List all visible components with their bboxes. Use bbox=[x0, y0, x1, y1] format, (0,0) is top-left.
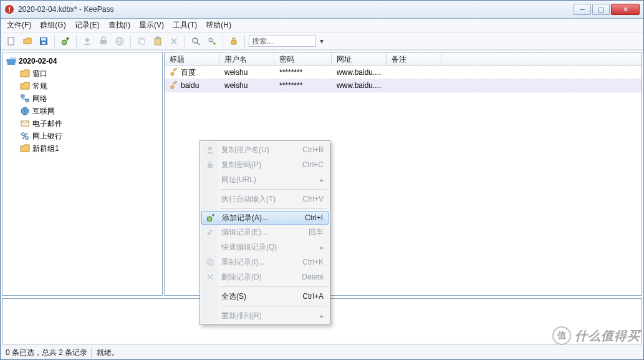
svg-point-32 bbox=[171, 85, 174, 89]
svg-rect-2 bbox=[9, 11, 10, 12]
ctx-label: 重制记录(I)... bbox=[221, 257, 264, 268]
col-title[interactable]: 标题 bbox=[165, 52, 219, 66]
ctx-shortcut: Ctrl+C bbox=[302, 160, 324, 169]
copy-user-button[interactable] bbox=[80, 34, 94, 48]
ctx-label: 复制密码(P) bbox=[221, 160, 261, 170]
ctx-select-all[interactable]: 全选(S) Ctrl+A bbox=[201, 289, 329, 304]
menu-group[interactable]: 群组(G) bbox=[40, 20, 65, 31]
open-url-button[interactable] bbox=[113, 34, 127, 48]
svg-rect-16 bbox=[156, 37, 159, 39]
tree-item-general[interactable]: 常规 bbox=[2, 80, 162, 92]
ctx-shortcut: Ctrl+I bbox=[305, 213, 323, 222]
copy-button[interactable] bbox=[135, 34, 148, 48]
ctx-shortcut: Ctrl+V bbox=[302, 195, 324, 203]
ctx-shortcut: Ctrl+B bbox=[302, 145, 324, 154]
tree-item-banking[interactable]: 网上银行 bbox=[2, 130, 162, 142]
watermark-text: 什么值得买 bbox=[575, 328, 640, 344]
delete-icon bbox=[205, 272, 215, 282]
search-dropdown-icon[interactable]: ▾ bbox=[316, 37, 327, 46]
col-user[interactable]: 用户名 bbox=[219, 52, 274, 66]
chevron-right-icon: ▸ bbox=[320, 313, 324, 319]
ctx-reorder-submenu[interactable]: 重新排列(R) ▸ bbox=[201, 308, 329, 323]
close-button[interactable]: ✕ bbox=[611, 4, 640, 15]
tree-root[interactable]: 2020-02-04 bbox=[2, 55, 162, 67]
cell-url: www.baidu.... bbox=[332, 81, 387, 90]
list-row[interactable]: baidu weishu ******** www.baidu.... bbox=[165, 79, 642, 92]
add-entry-button[interactable] bbox=[59, 34, 72, 48]
ctx-label: 执行自动输入(T) bbox=[221, 194, 276, 205]
ctx-edit-entry[interactable]: 编辑记录(E)... 回车 bbox=[201, 225, 329, 240]
ctx-add-entry[interactable]: 添加记录(A)... Ctrl+I bbox=[201, 211, 329, 225]
ctx-url-submenu[interactable]: 网址(URL) ▸ bbox=[201, 172, 329, 187]
tree-item-newgroup1[interactable]: 新群组1 bbox=[2, 142, 162, 155]
menu-entry[interactable]: 记录(E) bbox=[75, 20, 100, 31]
network-icon bbox=[20, 94, 30, 104]
ctx-label: 快速编辑记录(Q) bbox=[221, 242, 277, 253]
status-ready: 就绪。 bbox=[91, 348, 119, 358]
tree-item-email[interactable]: 电子邮件 bbox=[2, 117, 162, 130]
tree-item-label: 电子邮件 bbox=[32, 119, 62, 129]
open-file-button[interactable] bbox=[21, 34, 34, 48]
cell-pass: ******** bbox=[274, 68, 332, 77]
context-menu: 复制用户名(U) Ctrl+B 复制密码(P) Ctrl+C 网址(URL) ▸… bbox=[199, 140, 330, 325]
tree-item-window[interactable]: 窗口 bbox=[2, 67, 162, 80]
menubar: 文件(F) 群组(G) 记录(E) 查找(I) 显示(V) 工具(T) 帮助(H… bbox=[1, 19, 643, 32]
svg-rect-38 bbox=[213, 214, 214, 216]
tree-root-label: 2020-02-04 bbox=[19, 57, 57, 66]
ctx-label: 重新排列(R) bbox=[221, 311, 262, 321]
svg-rect-39 bbox=[209, 230, 213, 233]
paste-button[interactable] bbox=[151, 34, 165, 48]
ctx-label: 删除记录(D) bbox=[221, 272, 262, 283]
ctx-autotype[interactable]: 执行自动输入(T) Ctrl+V bbox=[201, 192, 329, 207]
list-header: 标题 用户名 密码 网址 备注 bbox=[165, 52, 642, 66]
maximize-button[interactable]: ▢ bbox=[592, 4, 610, 15]
tree-item-network[interactable]: 网络 bbox=[2, 92, 162, 105]
menu-tools[interactable]: 工具(T) bbox=[173, 20, 197, 31]
cell-user: weishu bbox=[219, 81, 274, 90]
ctx-copy-password[interactable]: 复制密码(P) Ctrl+C bbox=[201, 157, 329, 172]
toolbar-separator bbox=[244, 35, 245, 47]
ctx-delete[interactable]: 删除记录(D) Delete bbox=[201, 270, 329, 285]
col-pass[interactable]: 密码 bbox=[274, 52, 332, 66]
copy-pass-button[interactable] bbox=[97, 34, 110, 48]
group-tree[interactable]: 2020-02-04 窗口 常规 网络 互联网 电子邮件 bbox=[2, 52, 163, 296]
tree-item-internet[interactable]: 互联网 bbox=[2, 105, 162, 117]
statusbar: 0 条已选，总共 2 条记录 就绪。 bbox=[1, 346, 643, 359]
lock-button[interactable] bbox=[227, 34, 241, 48]
list-row[interactable]: 百度 weishu ******** www.baidu.... bbox=[165, 66, 642, 79]
ctx-copy-username[interactable]: 复制用户名(U) Ctrl+B bbox=[201, 142, 329, 157]
globe-icon bbox=[20, 106, 30, 116]
menu-find[interactable]: 查找(I) bbox=[108, 20, 130, 31]
menu-view[interactable]: 显示(V) bbox=[139, 20, 164, 31]
chevron-right-icon: ▸ bbox=[320, 177, 324, 183]
ctx-quickedit-submenu[interactable]: 快速编辑记录(Q) ▸ bbox=[201, 240, 329, 255]
svg-rect-6 bbox=[42, 42, 46, 44]
svg-point-17 bbox=[193, 38, 198, 43]
search-input[interactable] bbox=[249, 36, 316, 47]
menu-help[interactable]: 帮助(H) bbox=[206, 20, 231, 31]
col-notes[interactable]: 备注 bbox=[387, 52, 441, 66]
ctx-label: 编辑记录(E)... bbox=[221, 227, 267, 238]
svg-rect-9 bbox=[67, 37, 69, 40]
svg-point-27 bbox=[22, 133, 24, 135]
folder-icon bbox=[20, 69, 30, 78]
user-icon bbox=[205, 145, 215, 155]
ctx-duplicate[interactable]: 重制记录(I)... Ctrl+K bbox=[201, 255, 329, 270]
delete-button[interactable] bbox=[167, 34, 181, 48]
cell-title: 百度 bbox=[165, 67, 219, 78]
find-button[interactable] bbox=[189, 34, 203, 48]
watermark-badge: 值 bbox=[552, 326, 571, 345]
toolbar-separator bbox=[130, 35, 131, 47]
ctx-separator bbox=[220, 189, 327, 190]
ctx-label: 全选(S) bbox=[221, 291, 246, 302]
cell-title-text: 百度 bbox=[181, 67, 196, 78]
key-icon bbox=[170, 81, 178, 90]
svg-point-28 bbox=[26, 137, 28, 139]
col-url[interactable]: 网址 bbox=[332, 52, 387, 66]
find-entry-button[interactable] bbox=[205, 34, 219, 48]
new-file-button[interactable] bbox=[4, 34, 18, 48]
minimize-button[interactable]: ─ bbox=[574, 4, 591, 15]
ctx-label: 复制用户名(U) bbox=[221, 145, 269, 155]
save-button[interactable] bbox=[37, 34, 50, 48]
menu-file[interactable]: 文件(F) bbox=[7, 20, 31, 31]
